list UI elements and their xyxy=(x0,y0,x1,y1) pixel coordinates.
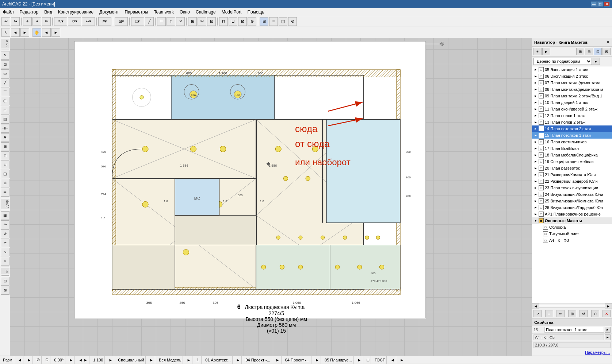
mirror-tool[interactable]: ⇔▾ xyxy=(82,17,95,26)
tree-item-24[interactable]: ► □ 24 Визуализация/Комната Юли xyxy=(532,191,612,198)
hand-tool[interactable]: ✋ xyxy=(32,28,41,37)
nav-left-btn[interactable]: ◄ xyxy=(11,28,20,37)
stamp-tool[interactable]: ◫ xyxy=(279,17,287,26)
nav-new2-btn[interactable]: + xyxy=(545,310,553,317)
tree-area[interactable]: ► □ 05 Экспликация 1 этаж ► □ 06 Эксплик… xyxy=(532,66,612,303)
move-tool[interactable]: ✂ xyxy=(198,17,206,26)
nav2-btn[interactable]: ◄ xyxy=(42,28,51,37)
status-proj1-btn[interactable]: ► xyxy=(274,356,282,364)
status-zoom-out[interactable]: ⊙ xyxy=(44,356,50,364)
tree-selector-dropdown[interactable]: Дерево по поднаборам xyxy=(533,58,592,65)
nav-layout-btn2[interactable]: ⊟ xyxy=(585,48,593,55)
title-bar-controls[interactable]: — □ ✕ xyxy=(591,1,610,7)
tree-item-main[interactable]: ▼ ▣ Основные Макеты xyxy=(532,217,612,224)
menu-window[interactable]: Окно xyxy=(177,9,193,15)
minimize-button[interactable]: — xyxy=(591,1,597,7)
nav-edit-btn[interactable]: ✏ xyxy=(556,310,565,317)
pen-tool[interactable]: ✏ xyxy=(42,17,51,26)
lt-window[interactable]: ⊔ xyxy=(1,160,9,169)
magic-wand[interactable]: ✦ xyxy=(32,17,41,26)
scroll-left-btn[interactable]: ◄ xyxy=(532,303,539,309)
lt-fill[interactable]: ▦ xyxy=(1,211,9,220)
select-tool[interactable]: ⌖ xyxy=(23,17,32,26)
menu-help[interactable]: Помощь xyxy=(244,9,267,15)
tree-item-21[interactable]: ► □ 21 Развертки/Комната Юли xyxy=(532,171,612,178)
lt-pen[interactable]: ✏ xyxy=(1,220,9,229)
lt-arc[interactable]: ⌒ xyxy=(1,88,9,96)
select2-tool[interactable]: ⊞ xyxy=(260,17,268,26)
menu-edit[interactable]: Редактор xyxy=(17,9,42,15)
lt-stair[interactable]: ⊞ xyxy=(1,142,9,151)
lt-circle[interactable]: ○ xyxy=(1,257,9,266)
arrow-tool[interactable]: ↖▾ xyxy=(54,17,67,26)
tree-item-05[interactable]: ► □ 05 Экспликация 1 этаж xyxy=(532,66,612,73)
nav-open-btn[interactable]: ↗ xyxy=(533,310,542,317)
tree-item-12[interactable]: ► □ 12 План полов 1 этаж xyxy=(532,112,612,119)
tree-item-20[interactable]: ► □ 20 План разверток xyxy=(532,165,612,171)
status-scale-btn[interactable]: ► xyxy=(107,356,114,364)
nav-layout-btn3[interactable]: ⊡ xyxy=(594,48,602,55)
nav-layout-btn1[interactable]: ⊞ xyxy=(576,48,584,55)
tree-item-09[interactable]: ► □ 09 План монтажа 2 этаж/Вид 1 xyxy=(532,93,612,99)
nav-delete-btn[interactable]: ✕ xyxy=(603,310,611,317)
scroll-right-btn[interactable]: ► xyxy=(605,303,612,309)
paint-tool[interactable]: ⌗ xyxy=(269,17,278,26)
status-arch-btn[interactable]: ► xyxy=(235,356,242,364)
nav-layout-btn4[interactable]: ⊠ xyxy=(603,48,611,55)
lt-select[interactable]: ⊡ xyxy=(1,60,9,69)
tree-item-cov[interactable]: □ Обложка xyxy=(532,224,612,231)
lt-beam[interactable]: ═ xyxy=(1,188,9,197)
nav-right-btn[interactable]: ► xyxy=(20,28,29,37)
lt-arrow[interactable]: ↖ xyxy=(1,51,9,60)
lt-wall[interactable]: ▭ xyxy=(1,69,9,78)
redo-button[interactable]: ↪ xyxy=(11,17,20,26)
tree-item-a4k[interactable]: □ А4 - К - Ф3 xyxy=(532,237,612,244)
tree-item-ap1[interactable]: ► □ AP1 Планировочное решение xyxy=(532,211,612,217)
tree-item-15[interactable]: ► □ 15 План потолков 1 этаж xyxy=(532,132,612,139)
lt-a1-2[interactable]: ⊠ xyxy=(1,286,9,295)
tree-item-07[interactable]: ► □ 07 План монтажа /демонтажа xyxy=(532,80,612,86)
status-zoom-in[interactable]: ⊕ xyxy=(35,356,42,364)
menu-cadimage[interactable]: Cadimage xyxy=(193,9,219,15)
navigator-close-button[interactable]: ✕ xyxy=(606,40,610,45)
tree-item-14[interactable]: ► □ 14 План потолков 2 этаж xyxy=(532,125,612,132)
prop-expand-btn-1[interactable]: ► xyxy=(605,327,611,333)
lt-door[interactable]: ⊓ xyxy=(1,151,9,160)
maximize-button[interactable]: □ xyxy=(597,1,603,7)
prop-val-1[interactable] xyxy=(544,327,604,333)
lt-dim[interactable]: ⊣⊢ xyxy=(1,124,9,133)
delete-tool[interactable]: ✕ xyxy=(176,17,185,26)
lt-hatch[interactable]: ▤ xyxy=(1,115,9,124)
status-angle-btn[interactable]: ► xyxy=(68,356,75,364)
snap-tool[interactable]: ⊡▾ xyxy=(115,17,128,26)
lt-line[interactable]: ╱ xyxy=(1,78,9,87)
tree-expand-btn[interactable]: ► xyxy=(592,58,600,65)
lt-zone[interactable]: ◫ xyxy=(1,170,9,178)
status-end-next[interactable]: ► xyxy=(398,356,405,364)
copy-tool[interactable]: ⊞ xyxy=(188,17,197,26)
status-nav-next[interactable]: ► xyxy=(26,356,33,364)
close-button[interactable]: ✕ xyxy=(604,1,610,7)
status-special[interactable]: Специальный xyxy=(116,356,146,364)
tree-item-18[interactable]: ► □ 18 План мебели/Специфика xyxy=(532,152,612,158)
tree-item-16[interactable]: ► □ 16 План светильников xyxy=(532,139,612,145)
tree-item-11[interactable]: ► □ 11 План окон/дверей 2 этаж xyxy=(532,106,612,112)
tree-item-22[interactable]: ► □ 22 Развертки/Гардероб Юли xyxy=(532,178,612,185)
measure-tool[interactable]: ⊢ xyxy=(157,17,166,26)
status-proj2-btn[interactable]: ► xyxy=(314,356,321,364)
line-tool[interactable]: ╱ xyxy=(145,17,154,26)
menu-view[interactable]: Вид xyxy=(41,9,55,15)
tree-item-19[interactable]: ► □ 19 Спецификация мебели xyxy=(532,158,612,165)
lt-a1-1[interactable]: ⊡ xyxy=(1,277,9,286)
menu-construct[interactable]: Конструирование xyxy=(55,9,96,15)
horizontal-scrollbar[interactable] xyxy=(539,305,605,308)
status-end-prev[interactable]: ◄ xyxy=(389,356,396,364)
menu-teamwork[interactable]: Teamwork xyxy=(151,9,177,15)
nav-arrow-btn[interactable]: ► xyxy=(542,48,550,55)
lt-cut[interactable]: ✂ xyxy=(1,239,9,247)
grid-tool[interactable]: #▾ xyxy=(98,17,111,26)
status-model-btn[interactable]: ► xyxy=(185,356,192,364)
status-nav-prev[interactable]: ◄ xyxy=(16,356,24,364)
nav-new-btn[interactable]: + xyxy=(533,48,542,55)
tree-item-08[interactable]: ► □ 08 План монтажа/демонтажа м xyxy=(532,86,612,93)
